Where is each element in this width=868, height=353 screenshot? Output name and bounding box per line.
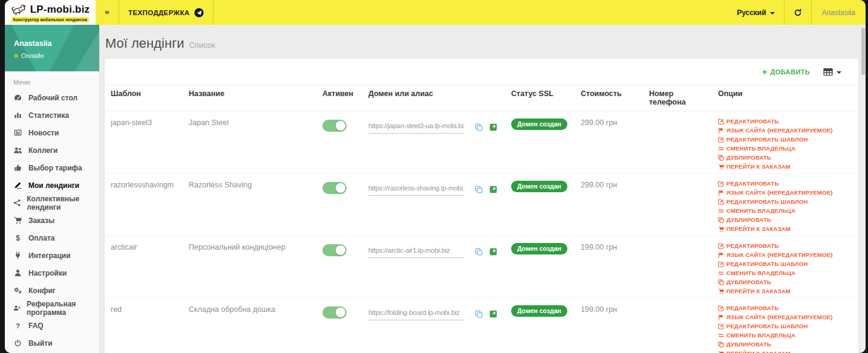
sidebar-item-tariff[interactable]: Выбор тарифа [5,159,99,176]
option-change-owner[interactable]: СМЕНИТЬ ВЛАДЕЛЬЦА [718,332,853,338]
active-toggle[interactable] [322,182,347,194]
option-edit[interactable]: РЕДАКТИРОВАТЬ [718,180,853,187]
cell-phone [648,173,717,235]
sidebar-item-payment[interactable]: $ Оплата [5,229,99,247]
dog-logo-icon [11,3,28,16]
cell-name: Japan Steel [188,111,321,173]
refresh-button[interactable] [785,0,811,25]
sidebar-item-integrations[interactable]: Интеграции [5,247,99,264]
option-site-language[interactable]: ЯЗЫК САЙТА (НЕРЕДАКТИРУЕМОЕ) [718,251,853,258]
sidebar-menu: Рабочий стол Статистика Новости Коллеги … [5,89,99,352]
scrollbar-thumb[interactable] [861,28,865,75]
sidebar-item-dashboard[interactable]: Рабочий стол [5,89,99,106]
sidebar-item-config[interactable]: Конфиг [5,282,99,299]
open-site-icon[interactable] [489,186,497,193]
option-label: РЕДАКТИРОВАТЬ ШАБЛОН [726,136,808,143]
active-toggle[interactable] [322,120,347,132]
domain-input[interactable] [368,308,464,320]
option-go-to-orders[interactable]: ПЕРЕЙТИ К ЗАКАЗАМ [718,225,853,232]
card-toolbar: + ДОБАВИТЬ [105,59,858,85]
sidebar-item-label: Выйти [28,339,53,348]
sidebar-item-statistics[interactable]: Статистика [5,106,99,124]
sidebar-item-my-landings[interactable]: Мои лендинги [5,176,99,194]
open-site-icon[interactable] [489,123,497,131]
add-button[interactable]: + ДОБАВИТЬ [762,67,810,77]
column-header: Статус SSL [510,85,579,111]
duplicate-icon [718,279,724,285]
option-change-owner[interactable]: СМЕНИТЬ ВЛАДЕЛЬЦА [718,145,853,152]
cell-domain [367,173,510,235]
option-duplicate[interactable]: ДУБЛИРОВАТЬ [718,216,853,223]
plus-icon: + [762,67,768,77]
user-menu[interactable]: Anastasiia [812,0,866,25]
cart-icon [13,216,22,224]
option-label: РЕДАКТИРОВАТЬ [726,305,779,311]
cell-template: red [109,298,188,353]
user-icon [13,269,22,277]
scrollbar-track [861,25,866,353]
open-site-icon[interactable] [489,248,497,256]
option-go-to-orders[interactable]: ПЕРЕЙТИ К ЗАКАЗАМ [718,288,853,294]
option-change-owner[interactable]: СМЕНИТЬ ВЛАДЕЛЬЦА [718,270,853,276]
option-label: РЕДАКТИРОВАТЬ ШАБЛОН [726,198,808,205]
menu-section-label: Меню [13,79,99,86]
sidebar-item-orders[interactable]: Заказы [5,212,99,229]
domain-input[interactable] [368,245,464,258]
copy-domain-icon[interactable] [475,123,483,131]
active-toggle[interactable] [322,244,347,256]
open-site-icon[interactable] [489,310,497,318]
sidebar-item-colleagues[interactable]: Коллеги [5,141,99,159]
sidebar-item-label: Настройки [28,269,67,277]
copy-domain-icon[interactable] [475,248,483,256]
option-edit[interactable]: РЕДАКТИРОВАТЬ [718,242,853,249]
sidebar-item-settings[interactable]: Настройки [5,264,99,282]
sidebar-item-news[interactable]: Новости [5,124,99,141]
column-header: Опции [717,85,858,111]
edit-icon [718,305,724,311]
sidebar-item-label: Статистика [28,111,69,120]
logo[interactable]: LP-mobi.biz Конструктор мобильных лендин… [5,0,96,25]
cell-price: 299.00 грн [579,111,648,173]
option-site-language[interactable]: ЯЗЫК САЙТА (НЕРЕДАКТИРУЕМОЕ) [718,127,853,134]
option-label: СМЕНИТЬ ВЛАДЕЛЬЦА [726,270,795,276]
cart-icon [718,164,724,170]
option-edit-template[interactable]: РЕДАКТИРОВАТЬ ШАБЛОН [718,136,853,143]
chart-icon [13,111,22,119]
option-label: ДУБЛИРОВАТЬ [726,279,771,285]
active-toggle[interactable] [322,306,347,319]
option-edit-template[interactable]: РЕДАКТИРОВАТЬ ШАБЛОН [718,323,853,329]
cell-name: Razorless Shaving [188,173,321,235]
domain-input[interactable] [368,121,464,134]
sidebar-item-referral[interactable]: Реферальная программа [5,299,99,317]
refresh-icon [794,8,802,17]
option-go-to-orders[interactable]: ПЕРЕЙТИ К ЗАКАЗАМ [718,350,853,353]
view-toggle-button[interactable] [823,68,841,76]
copy-domain-icon[interactable] [475,310,483,318]
option-duplicate[interactable]: ДУБЛИРОВАТЬ [718,279,853,285]
sidebar-item-collective-landings[interactable]: Коллективные лендинги [5,194,99,212]
edit-icon [718,199,724,205]
option-edit-template[interactable]: РЕДАКТИРОВАТЬ ШАБЛОН [718,261,853,267]
option-duplicate[interactable]: ДУБЛИРОВАТЬ [718,154,853,161]
sidebar-item-label: Новости [28,129,59,137]
option-edit-template[interactable]: РЕДАКТИРОВАТЬ ШАБЛОН [718,198,853,205]
option-site-language[interactable]: ЯЗЫК САЙТА (НЕРЕДАКТИРУЕМОЕ) [718,189,853,196]
sidebar-item-logout[interactable]: Выйти [5,334,99,352]
option-change-owner[interactable]: СМЕНИТЬ ВЛАДЕЛЬЦА [718,207,853,214]
language-dropdown[interactable]: Русский [728,0,784,25]
option-edit[interactable]: РЕДАКТИРОВАТЬ [718,305,853,311]
copy-domain-icon[interactable] [475,186,483,193]
cell-active [321,236,367,297]
option-duplicate[interactable]: ДУБЛИРОВАТЬ [718,341,853,348]
support-button[interactable]: ТЕХПОДДЕРЖКА [119,0,213,25]
sidebar-toggle-button[interactable] [96,0,119,25]
option-label: ПЕРЕЙТИ К ЗАКАЗАМ [726,350,791,353]
domain-input[interactable] [368,183,464,196]
option-site-language[interactable]: ЯЗЫК САЙТА (НЕРЕДАКТИРУЕМОЕ) [718,314,853,320]
option-edit[interactable]: РЕДАКТИРОВАТЬ [718,118,853,125]
sidebar-item-faq[interactable]: ? FAQ [5,317,99,334]
option-label: СМЕНИТЬ ВЛАДЕЛЬЦА [726,332,795,338]
language-label: Русский [737,8,766,17]
cell-template: japan-steel3 [109,111,188,173]
option-go-to-orders[interactable]: ПЕРЕЙТИ К ЗАКАЗАМ [718,163,853,170]
